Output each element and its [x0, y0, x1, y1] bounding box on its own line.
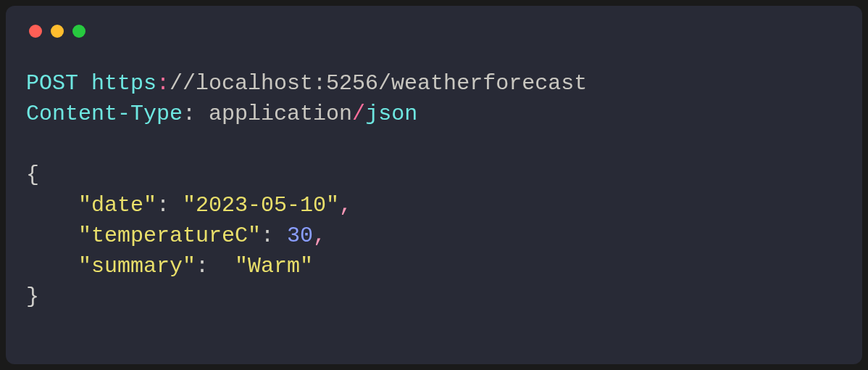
mime-slash: / — [352, 102, 365, 126]
window-traffic-lights — [29, 25, 842, 38]
brace-open: { — [26, 163, 39, 187]
mime-type-right: json — [365, 102, 417, 126]
json-value-date: "2023-05-10" — [183, 193, 339, 218]
json-value-summary: "Warm" — [235, 254, 313, 279]
space — [78, 71, 91, 96]
kv-sep: : — [157, 193, 183, 218]
json-key-summary: "summary" — [78, 254, 196, 279]
url-rest: //localhost:5256/weatherforecast — [170, 71, 587, 96]
comma: , — [339, 193, 352, 218]
minimize-icon[interactable] — [51, 25, 64, 38]
code-block: POST https://localhost:5256/weatherforec… — [26, 68, 842, 312]
maximize-icon[interactable] — [72, 25, 85, 38]
indent — [26, 193, 78, 218]
indent — [26, 254, 78, 279]
indent — [26, 223, 78, 248]
header-sep: : — [183, 102, 209, 126]
http-method: POST — [26, 71, 78, 96]
code-window: POST https://localhost:5256/weatherforec… — [6, 6, 862, 364]
mime-type-left: application — [209, 102, 352, 126]
comma: , — [313, 223, 326, 248]
kv-sep: : — [196, 254, 235, 279]
kv-sep: : — [261, 223, 287, 248]
url-colon: : — [157, 71, 170, 96]
json-key-temp: "temperatureC" — [78, 223, 261, 248]
url-proto: https — [91, 71, 157, 96]
json-key-date: "date" — [78, 193, 157, 218]
json-value-temp: 30 — [287, 223, 313, 248]
brace-close: } — [26, 284, 39, 309]
close-icon[interactable] — [29, 25, 42, 38]
header-name: Content-Type — [26, 102, 183, 126]
